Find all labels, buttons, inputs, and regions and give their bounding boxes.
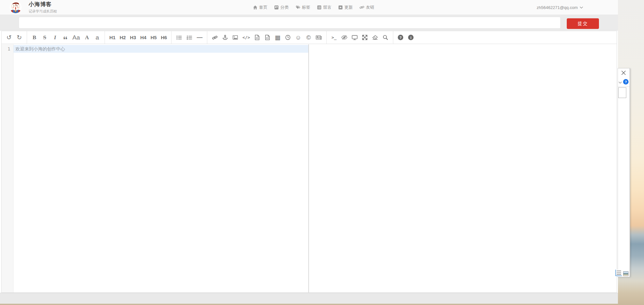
redo-button[interactable]: ↻ bbox=[16, 32, 23, 43]
close-icon[interactable] bbox=[621, 70, 626, 75]
site-logo-avatar[interactable] bbox=[10, 1, 22, 13]
markdown-input-area[interactable]: 欢迎来到小海的创作中心 bbox=[14, 44, 308, 292]
horizontal-rule-button[interactable]: — bbox=[196, 32, 203, 43]
pagebreak-button[interactable] bbox=[316, 32, 322, 43]
h3-button[interactable]: H3 bbox=[130, 32, 136, 43]
watch-toggle-button[interactable] bbox=[341, 32, 348, 43]
home-icon bbox=[253, 5, 257, 10]
text-lines-icon[interactable] bbox=[615, 270, 622, 276]
article-title-input[interactable] bbox=[19, 17, 561, 29]
ucwords-button[interactable]: Aa bbox=[72, 32, 80, 43]
toolbar-divider bbox=[27, 31, 27, 44]
page-content: 小海博客 记录学习成长历程 首页 分类 标签 留言 bbox=[0, 0, 618, 293]
category-icon bbox=[274, 5, 279, 10]
eye-slash-icon bbox=[341, 35, 348, 40]
newspaper-icon bbox=[316, 35, 322, 40]
goto-line-button[interactable]: >_ bbox=[331, 32, 337, 43]
ordered-list-button[interactable] bbox=[186, 32, 192, 43]
fullscreen-icon bbox=[362, 35, 368, 40]
nav-label: 分类 bbox=[280, 4, 289, 10]
code-block-button[interactable] bbox=[264, 32, 271, 43]
nav-item-update[interactable]: 更新 bbox=[338, 4, 353, 10]
anchor-icon bbox=[222, 35, 228, 40]
bold-button[interactable]: B bbox=[31, 32, 38, 43]
anchor-button[interactable] bbox=[222, 32, 228, 43]
unordered-list-button[interactable] bbox=[176, 32, 182, 43]
nav-label: 首页 bbox=[259, 4, 267, 10]
widget-bottom-toolbar bbox=[615, 270, 629, 276]
image-button[interactable] bbox=[232, 32, 238, 43]
link-button[interactable] bbox=[211, 32, 218, 43]
h1-button[interactable]: H1 bbox=[109, 32, 116, 43]
datetime-button[interactable] bbox=[285, 32, 291, 43]
chevron-down-icon[interactable] bbox=[618, 81, 622, 84]
h5-button[interactable]: H5 bbox=[150, 32, 157, 43]
cartoon-avatar-icon bbox=[10, 1, 22, 13]
line-number-gutter: 1 bbox=[2, 44, 14, 292]
h4-button[interactable]: H4 bbox=[140, 32, 146, 43]
ordered-list-icon bbox=[187, 35, 192, 40]
clear-button[interactable] bbox=[372, 32, 378, 43]
h2-button[interactable]: H2 bbox=[119, 32, 126, 43]
uppercase-button[interactable]: A bbox=[84, 32, 90, 43]
submit-button[interactable]: 提交 bbox=[567, 18, 599, 29]
unordered-list-icon bbox=[176, 35, 182, 40]
compose-titlebar: 提交 bbox=[0, 15, 618, 31]
file-code-icon bbox=[265, 35, 270, 40]
info-button[interactable]: i bbox=[408, 32, 414, 43]
italic-button[interactable]: I bbox=[52, 32, 58, 43]
nav-item-category[interactable]: 分类 bbox=[274, 4, 289, 10]
widget-divider bbox=[618, 86, 630, 87]
widget-input[interactable] bbox=[618, 87, 626, 98]
nav-item-message[interactable]: 留言 bbox=[317, 4, 331, 10]
nav-item-friend-links[interactable]: 友链 bbox=[359, 4, 374, 10]
user-email: zh56462271@qq.com bbox=[537, 5, 578, 10]
nav-item-tags[interactable]: 标签 bbox=[295, 4, 310, 10]
chevron-down-icon bbox=[580, 6, 583, 9]
table-button[interactable]: ▦ bbox=[275, 32, 281, 43]
user-menu[interactable]: zh56462271@qq.com bbox=[537, 0, 583, 15]
undo-button[interactable]: ↺ bbox=[6, 32, 12, 43]
floating-side-widget: ? bbox=[618, 68, 630, 277]
page-footer bbox=[0, 293, 618, 304]
h6-button[interactable]: H6 bbox=[161, 32, 167, 43]
markdown-editor: ↺ ↻ B S I “ Aa A a H1 H2 H3 H4 H5 H6 — bbox=[1, 31, 617, 293]
markdown-preview-pane bbox=[309, 44, 617, 292]
html-entities-button[interactable]: © bbox=[305, 32, 312, 43]
site-brand[interactable]: 小海博客 记录学习成长历程 bbox=[10, 1, 57, 14]
lowercase-button[interactable]: a bbox=[94, 32, 100, 43]
site-title: 小海博客 bbox=[29, 1, 57, 8]
photo-thumbnail-icon[interactable] bbox=[623, 271, 629, 276]
image-icon bbox=[232, 35, 238, 40]
editor-placeholder-text: 欢迎来到小海的创作中心 bbox=[15, 45, 65, 53]
quote-button[interactable]: “ bbox=[62, 32, 69, 43]
toolbar-divider bbox=[105, 31, 105, 44]
link-icon bbox=[212, 35, 218, 40]
preview-button[interactable] bbox=[351, 32, 358, 43]
clock-icon bbox=[285, 35, 291, 40]
line-number: 1 bbox=[8, 45, 10, 53]
help-button[interactable]: ? bbox=[397, 32, 404, 43]
help-circle-icon[interactable]: ? bbox=[623, 79, 629, 85]
top-navbar: 小海博客 记录学习成长历程 首页 分类 标签 留言 bbox=[0, 0, 618, 15]
nav-label: 留言 bbox=[323, 4, 331, 10]
toolbar-divider bbox=[326, 31, 327, 44]
toolbar-divider bbox=[171, 31, 172, 44]
emoji-button[interactable]: ☺ bbox=[295, 32, 302, 43]
editor-toolbar: ↺ ↻ B S I “ Aa A a H1 H2 H3 H4 H5 H6 — bbox=[2, 31, 617, 44]
site-subtitle: 记录学习成长历程 bbox=[29, 9, 57, 14]
search-icon bbox=[383, 35, 388, 40]
search-button[interactable] bbox=[382, 32, 389, 43]
fullscreen-button[interactable] bbox=[362, 32, 368, 43]
toolbar-divider bbox=[393, 31, 393, 44]
eraser-icon bbox=[372, 35, 378, 40]
inline-code-button[interactable]: </> bbox=[242, 32, 250, 43]
editor-body: 1 欢迎来到小海的创作中心 bbox=[2, 44, 617, 292]
preformatted-text-button[interactable] bbox=[254, 32, 260, 43]
nav-label: 友链 bbox=[366, 4, 374, 10]
nav-label: 标签 bbox=[302, 4, 310, 10]
monitor-icon bbox=[352, 35, 358, 40]
nav-item-home[interactable]: 首页 bbox=[253, 4, 267, 10]
strikethrough-button[interactable]: S bbox=[42, 32, 48, 43]
nav-label: 更新 bbox=[344, 4, 353, 10]
